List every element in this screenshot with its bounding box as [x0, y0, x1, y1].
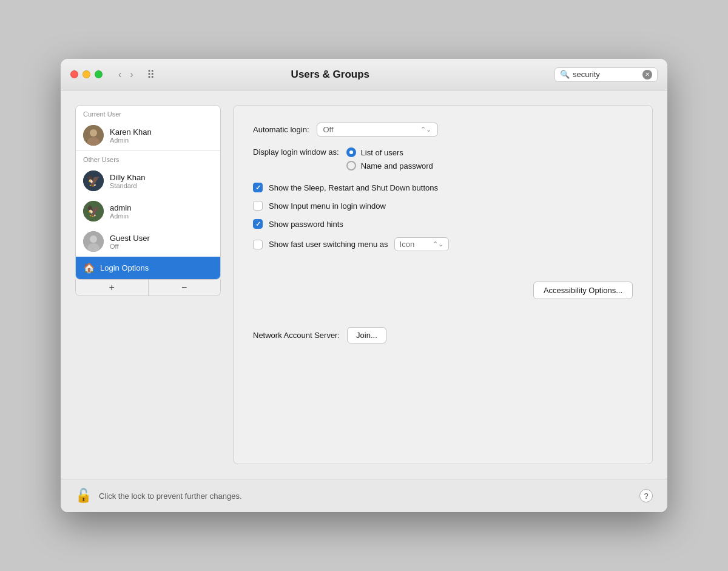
user-item-karen[interactable]: Karen Khan Admin [76, 120, 220, 150]
minimize-button[interactable] [83, 70, 90, 78]
fast-switching-arrows-icon: ⌃⌄ [433, 240, 443, 248]
avatar-admin: 🦅 [83, 201, 104, 221]
checkbox-sleep[interactable] [253, 183, 263, 192]
guest-name: Guest User [110, 234, 213, 243]
search-clear-button[interactable]: ✕ [642, 70, 652, 79]
svg-text:🦅: 🦅 [87, 204, 101, 218]
user-list: Current User Karen Khan Admin [75, 105, 221, 280]
automatic-login-select[interactable]: Off ⌃⌄ [317, 123, 438, 137]
accessibility-options-button[interactable]: Accessibility Options... [533, 282, 633, 299]
current-user-label: Current User [76, 106, 220, 120]
maximize-button[interactable] [95, 70, 103, 78]
user-item-dilly[interactable]: 🦅 Dilly Khan Standard [76, 166, 220, 196]
dilly-name: Dilly Khan [110, 173, 213, 182]
main-window: ‹ › ⠿ Users & Groups 🔍 ✕ Current User [61, 59, 667, 512]
checkbox-input-menu[interactable] [253, 201, 263, 211]
svg-point-8 [90, 235, 97, 243]
guest-info: Guest User Off [110, 234, 213, 250]
svg-text:🦅: 🦅 [87, 174, 101, 188]
radio-name-circle[interactable] [346, 161, 356, 171]
sidebar: Current User Karen Khan Admin [75, 105, 221, 464]
automatic-login-label: Automatic login: [253, 125, 309, 134]
checkbox-group: Show the Sleep, Restart and Shut Down bu… [253, 183, 633, 251]
checkbox-fast-switching-label: Show fast user switching menu as [269, 240, 388, 249]
display-login-label: Display login window as: [253, 147, 339, 157]
checkbox-password-hints-row: Show password hints [253, 219, 633, 229]
svg-point-1 [90, 129, 97, 137]
login-options-item[interactable]: 🏠 Login Options [76, 257, 220, 279]
close-button[interactable] [70, 70, 78, 78]
checkbox-input-menu-row: Show Input menu in login window [253, 201, 633, 211]
network-account-row: Network Account Server: Join... [253, 317, 633, 343]
user-item-admin[interactable]: 🦅 admin Admin [76, 196, 220, 226]
add-user-button[interactable]: + [76, 280, 149, 296]
dilly-role: Standard [110, 182, 213, 189]
automatic-login-value: Off [323, 125, 334, 134]
guest-role: Off [110, 243, 213, 250]
radio-name-label: Name and password [361, 161, 433, 171]
traffic-lights [70, 70, 103, 78]
admin-role: Admin [110, 212, 213, 220]
checkbox-fast-switching-row: Show fast user switching menu as Icon ⌃⌄ [253, 237, 633, 251]
avatar-dilly: 🦅 [83, 171, 104, 191]
network-account-label: Network Account Server: [253, 331, 340, 340]
remove-user-button[interactable]: − [149, 280, 221, 296]
fast-switching-inline: Show fast user switching menu as Icon ⌃⌄ [269, 237, 449, 251]
radio-list-selected[interactable] [346, 147, 356, 157]
avatar-guest [83, 231, 104, 252]
accessibility-container: Accessibility Options... [253, 269, 633, 299]
radio-list-of-users[interactable]: List of users [346, 147, 433, 157]
search-input[interactable] [573, 70, 639, 79]
other-users-label: Other Users [76, 151, 220, 166]
karen-role: Admin [110, 137, 213, 144]
sidebar-bottom-buttons: + − [75, 280, 221, 296]
admin-info: admin Admin [110, 203, 213, 220]
content-area: Current User Karen Khan Admin [61, 90, 667, 479]
footer: 🔓 Click the lock to prevent further chan… [61, 479, 667, 512]
radio-group: List of users Name and password [346, 147, 433, 171]
house-icon: 🏠 [83, 262, 95, 274]
select-arrows-icon: ⌃⌄ [420, 126, 431, 133]
karen-info: Karen Khan Admin [110, 127, 213, 144]
search-icon: 🔍 [560, 70, 570, 79]
checkbox-input-menu-label: Show Input menu in login window [269, 201, 386, 211]
main-panel: Automatic login: Off ⌃⌄ Display login wi… [233, 105, 653, 464]
admin-name: admin [110, 203, 213, 212]
avatar-karen [83, 125, 104, 146]
window-title: Users & Groups [113, 69, 547, 81]
titlebar: ‹ › ⠿ Users & Groups 🔍 ✕ [61, 59, 667, 90]
checkbox-sleep-label: Show the Sleep, Restart and Shut Down bu… [269, 183, 438, 192]
footer-text: Click the lock to prevent further change… [99, 492, 632, 501]
checkbox-password-hints[interactable] [253, 219, 263, 229]
join-button[interactable]: Join... [347, 327, 386, 343]
login-options-label: Login Options [100, 263, 149, 272]
dilly-info: Dilly Khan Standard [110, 173, 213, 189]
checkbox-password-hints-label: Show password hints [269, 220, 343, 229]
lock-icon[interactable]: 🔓 [75, 488, 92, 504]
checkbox-sleep-row: Show the Sleep, Restart and Shut Down bu… [253, 183, 633, 192]
user-item-guest[interactable]: Guest User Off [76, 226, 220, 257]
radio-list-label: List of users [361, 148, 403, 157]
fast-switching-value: Icon [400, 240, 415, 249]
fast-switching-select[interactable]: Icon ⌃⌄ [394, 237, 449, 251]
help-button[interactable]: ? [639, 489, 653, 502]
karen-name: Karen Khan [110, 127, 213, 137]
search-box[interactable]: 🔍 ✕ [554, 67, 658, 82]
radio-name-password[interactable]: Name and password [346, 161, 433, 171]
display-login-row: Display login window as: List of users N… [253, 147, 633, 171]
checkbox-fast-switching[interactable] [253, 240, 263, 249]
automatic-login-row: Automatic login: Off ⌃⌄ [253, 123, 633, 137]
